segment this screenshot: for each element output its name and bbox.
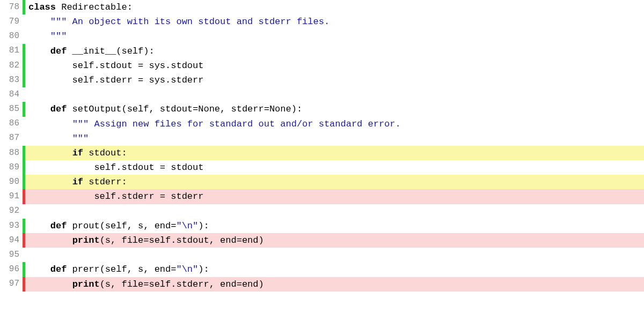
code-line: 86 """ Assign new files for standard out… xyxy=(0,117,644,131)
code-text: """ xyxy=(25,131,644,146)
token-str: "\n" xyxy=(176,221,198,231)
token-txt: prerr(self, s, end= xyxy=(67,264,176,274)
line-number: 83 xyxy=(0,73,23,87)
code-text: """ xyxy=(25,29,644,43)
token-kw: def xyxy=(50,221,67,231)
code-text: self.stderr = sys.stderr xyxy=(25,73,644,87)
line-number: 87 xyxy=(0,131,23,146)
token-txt: ): xyxy=(198,221,209,231)
code-line: 88 if stdout: xyxy=(0,146,644,160)
token-kw: def xyxy=(50,46,67,56)
code-text xyxy=(25,248,644,262)
token-str: """ An object with its own stdout and st… xyxy=(50,17,330,27)
token-str: """ xyxy=(50,31,67,41)
token-txt: (s, file=self.stderr, end=end) xyxy=(100,279,264,289)
token-txt: Redirectable: xyxy=(56,2,133,12)
line-number: 78 xyxy=(0,0,23,14)
code-line: 79 """ An object with its own stdout and… xyxy=(0,14,644,29)
token-txt: stdout: xyxy=(83,148,127,158)
token-txt xyxy=(28,90,34,100)
line-number: 80 xyxy=(0,29,23,43)
line-number: 88 xyxy=(0,146,23,160)
token-txt xyxy=(28,31,50,41)
token-kw: print xyxy=(72,235,100,245)
code-line: 92 xyxy=(0,204,644,219)
token-str: "\n" xyxy=(176,264,198,274)
token-txt xyxy=(28,177,72,187)
code-line: 80 """ xyxy=(0,29,644,43)
code-line: 94 print(s, file=self.stdout, end=end) xyxy=(0,233,644,248)
code-line: 89 self.stdout = stdout xyxy=(0,160,644,175)
token-txt: self.stdout = sys.stdout xyxy=(28,61,203,71)
code-line: 84 xyxy=(0,87,644,102)
line-number: 94 xyxy=(0,233,23,248)
code-text: self.stdout = stdout xyxy=(25,160,644,175)
code-text: def setOutput(self, stdout=None, stderr=… xyxy=(25,102,644,116)
code-line: 81 def __init__(self): xyxy=(0,44,644,58)
token-kw: def xyxy=(50,264,67,274)
token-kw: class xyxy=(28,2,56,12)
code-line: 95 xyxy=(0,248,644,262)
line-number: 95 xyxy=(0,248,23,262)
code-text xyxy=(25,87,644,102)
code-text: def prout(self, s, end="\n"): xyxy=(25,219,644,233)
token-txt xyxy=(28,279,72,289)
code-line: 97 print(s, file=self.stderr, end=end) xyxy=(0,277,644,292)
token-txt: stderr: xyxy=(83,177,127,187)
code-text: """ An object with its own stdout and st… xyxy=(25,14,644,29)
token-kw: def xyxy=(50,104,67,114)
token-txt: prout(self, s, end= xyxy=(67,221,176,231)
line-number: 93 xyxy=(0,219,23,233)
code-text: if stdout: xyxy=(25,146,644,160)
code-text: """ Assign new files for standard out an… xyxy=(25,117,644,131)
token-str: """ xyxy=(72,133,89,144)
code-text xyxy=(25,204,644,219)
code-line: 87 """ xyxy=(0,131,644,146)
token-txt: ): xyxy=(198,264,209,274)
token-kw: print xyxy=(72,279,100,289)
line-number: 79 xyxy=(0,14,23,29)
code-line: 82 self.stdout = sys.stdout xyxy=(0,58,644,73)
token-str: """ Assign new files for standard out an… xyxy=(72,119,401,129)
line-number: 84 xyxy=(0,87,23,102)
code-text: self.stderr = stderr xyxy=(25,189,644,204)
code-line: 93 def prout(self, s, end="\n"): xyxy=(0,219,644,233)
token-txt xyxy=(28,235,72,245)
token-kw: if xyxy=(72,177,83,187)
token-txt xyxy=(28,17,50,27)
code-text: self.stdout = sys.stdout xyxy=(25,58,644,73)
code-text: def prerr(self, s, end="\n"): xyxy=(25,262,644,277)
code-text: print(s, file=self.stderr, end=end) xyxy=(25,277,644,292)
line-number: 91 xyxy=(0,189,23,204)
code-text: if stderr: xyxy=(25,175,644,189)
token-txt xyxy=(28,133,72,144)
token-txt: setOutput(self, stdout=None, stderr=None… xyxy=(67,104,302,114)
code-text: def __init__(self): xyxy=(25,44,644,58)
code-text: class Redirectable: xyxy=(25,0,644,14)
token-txt xyxy=(28,46,50,56)
token-txt xyxy=(28,148,72,158)
line-number: 89 xyxy=(0,160,23,175)
line-number: 81 xyxy=(0,44,23,58)
code-line: 90 if stderr: xyxy=(0,175,644,189)
code-line: 83 self.stderr = sys.stderr xyxy=(0,73,644,87)
line-number: 96 xyxy=(0,262,23,277)
token-txt xyxy=(28,119,72,129)
token-kw: if xyxy=(72,148,83,158)
token-txt xyxy=(28,221,50,231)
token-txt xyxy=(28,264,50,274)
code-text: print(s, file=self.stdout, end=end) xyxy=(25,233,644,248)
token-txt: self.stderr = stderr xyxy=(28,191,203,202)
token-txt: (s, file=self.stdout, end=end) xyxy=(100,235,264,245)
line-number: 90 xyxy=(0,175,23,189)
line-number: 82 xyxy=(0,58,23,73)
token-txt: __init__(self): xyxy=(67,46,154,56)
token-txt xyxy=(28,250,34,260)
token-txt xyxy=(28,206,34,217)
token-txt: self.stderr = sys.stderr xyxy=(28,75,203,85)
line-number: 86 xyxy=(0,117,23,131)
token-txt xyxy=(28,104,50,114)
line-number: 85 xyxy=(0,102,23,116)
code-line: 85 def setOutput(self, stdout=None, stde… xyxy=(0,102,644,116)
code-listing: 78class Redirectable:79 """ An object wi… xyxy=(0,0,644,292)
